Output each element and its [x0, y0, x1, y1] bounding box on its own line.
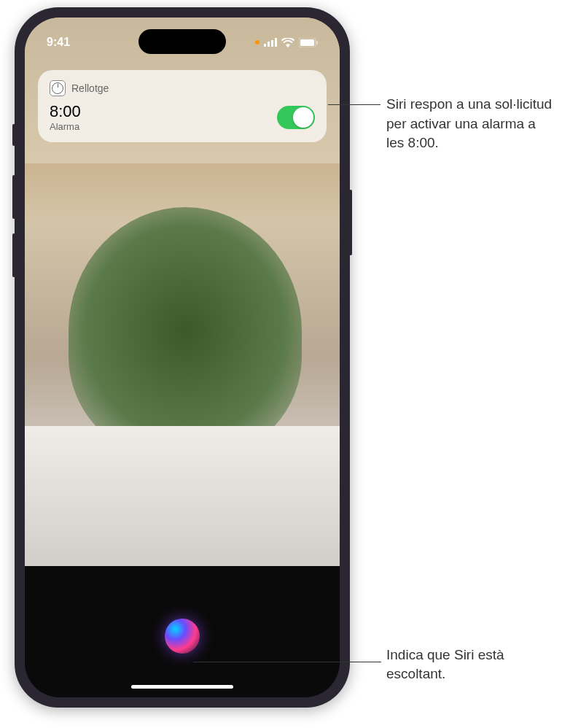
notification-header: Rellotge	[50, 80, 315, 96]
notification-content: 8:00 Alarma	[50, 102, 81, 132]
status-icons	[255, 38, 318, 47]
home-indicator[interactable]	[131, 685, 233, 689]
cellular-signal-icon	[264, 38, 277, 47]
battery-icon	[299, 38, 318, 47]
clock-app-icon	[50, 80, 66, 96]
phone-screen: 9:41	[25, 18, 340, 697]
siri-alarm-notification[interactable]: Rellotge 8:00 Alarma	[38, 70, 327, 142]
status-time: 9:41	[47, 36, 70, 49]
svg-rect-1	[268, 42, 270, 47]
notification-callout-text: Siri respon a una sol·licitud per activa…	[386, 95, 554, 153]
location-indicator-icon	[255, 40, 259, 44]
svg-rect-5	[300, 39, 314, 46]
callout-line	[193, 662, 381, 662]
svg-rect-6	[316, 41, 318, 44]
alarm-time: 8:00	[50, 102, 81, 121]
callout-line	[328, 104, 380, 105]
volume-down-button	[12, 233, 15, 277]
svg-rect-0	[264, 44, 266, 47]
notification-body: 8:00 Alarma	[50, 102, 315, 132]
wifi-icon	[281, 38, 294, 47]
silence-switch	[12, 124, 15, 146]
siri-orb-icon[interactable]	[165, 619, 200, 654]
svg-rect-2	[271, 40, 273, 47]
dynamic-island[interactable]	[138, 29, 226, 54]
notification-app-name: Rellotge	[71, 82, 109, 94]
alarm-label: Alarma	[50, 121, 81, 132]
volume-up-button	[12, 175, 15, 219]
alarm-toggle[interactable]	[277, 106, 315, 129]
power-button	[349, 190, 352, 255]
svg-rect-3	[275, 38, 277, 47]
siri-callout-text: Indica que Siri està escoltant.	[386, 646, 554, 684]
phone-frame: 9:41	[15, 7, 350, 708]
